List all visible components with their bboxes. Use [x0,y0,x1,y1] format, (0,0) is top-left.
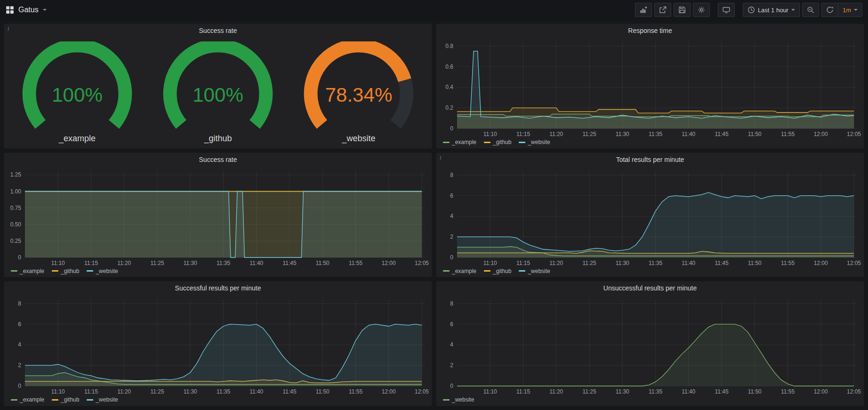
legend-label: _github [493,268,511,274]
chart-canvas[interactable]: 11:1011:1511:2011:2511:3011:3511:4011:45… [436,295,864,396]
svg-text:11:20: 11:20 [549,131,563,137]
legend-label: _website [96,396,118,403]
chevron-down-icon[interactable] [43,9,47,11]
successful-results-chart[interactable]: 11:1011:1511:2011:2511:3011:3511:4011:45… [4,295,432,396]
panel-title[interactable]: Total results per minute [436,153,864,166]
gear-icon [698,6,705,14]
legend-item[interactable]: _github [484,139,511,145]
svg-text:6: 6 [450,192,453,199]
legend-item[interactable]: _example [443,268,476,274]
legend-label: _website [452,396,474,403]
svg-text:6: 6 [450,321,453,328]
svg-text:12:00: 12:00 [382,260,396,266]
refresh-button[interactable] [821,3,838,17]
refresh-interval-label: 1m [843,7,851,14]
time-range-button[interactable]: Last 1 hour [743,3,800,17]
panel-info-icon[interactable]: i [8,25,9,32]
chart-legend: _website [436,396,864,406]
panel-title[interactable]: Unsuccessful results per minute [436,281,864,295]
chart-legend: _example_github_website [4,396,432,406]
success-rate-chart[interactable]: 11:1011:1511:2011:2511:3011:3511:4011:45… [4,166,432,268]
gauge-value: 100% [193,84,243,106]
svg-text:12:00: 12:00 [814,388,828,395]
legend-item[interactable]: _website [87,396,118,403]
svg-text:11:50: 11:50 [748,131,762,137]
monitor-icon [723,6,730,14]
chart-canvas[interactable]: 11:1011:1511:2011:2511:3011:3511:4011:45… [4,166,432,268]
panel-info-icon[interactable]: i [440,154,441,161]
total-results-chart[interactable]: 11:1011:1511:2011:2511:3011:3511:4011:45… [436,166,864,268]
svg-text:0.50: 0.50 [10,221,22,227]
dashboard-title[interactable]: Gatus [18,6,39,14]
legend-swatch [519,142,525,143]
legend-swatch [52,270,58,272]
svg-text:0.8: 0.8 [445,43,453,49]
svg-text:11:10: 11:10 [483,388,497,395]
legend-item[interactable]: _github [52,268,79,274]
svg-text:12:05: 12:05 [847,131,861,137]
svg-text:11:25: 11:25 [150,388,164,395]
svg-text:11:35: 11:35 [217,260,230,266]
dashboard-grid: i Success rate 100%_example100%_github78… [0,20,868,410]
legend-item[interactable]: _example [11,268,44,274]
svg-text:11:30: 11:30 [616,131,629,137]
svg-text:8: 8 [450,171,453,178]
panel-successful-results: Successful results per minute 11:1011:15… [4,281,432,406]
svg-text:11:55: 11:55 [781,131,795,137]
legend-label: _example [20,396,44,403]
svg-text:8: 8 [450,300,453,307]
svg-text:11:55: 11:55 [781,388,795,395]
dashboard-grid-icon[interactable] [6,6,14,14]
settings-button[interactable] [693,3,710,17]
svg-text:2: 2 [450,233,453,240]
add-panel-button[interactable] [635,3,652,17]
svg-text:11:15: 11:15 [516,131,530,137]
chart-canvas[interactable]: 11:1011:1511:2011:2511:3011:3511:4011:45… [436,166,864,268]
panel-title[interactable]: Successful results per minute [4,281,432,295]
panel-success-rate-gauges: i Success rate 100%_example100%_github78… [4,24,432,149]
legend-item[interactable]: _website [443,396,474,403]
share-button[interactable] [654,3,671,17]
panel-title[interactable]: Success rate [4,24,432,37]
legend-item[interactable]: _github [52,396,79,403]
legend-label: _github [61,396,79,403]
response-time-chart[interactable]: 11:1011:1511:2011:2511:3011:3511:4011:45… [436,37,864,139]
svg-text:12:05: 12:05 [847,388,861,395]
svg-text:11:45: 11:45 [715,260,728,266]
legend-swatch [11,399,17,401]
panel-title[interactable]: Success rate [4,153,432,166]
svg-text:11:20: 11:20 [117,388,131,395]
svg-text:11:35: 11:35 [649,131,662,137]
unsuccessful-results-chart[interactable]: 11:1011:1511:2011:2511:3011:3511:4011:45… [436,295,864,396]
svg-text:11:45: 11:45 [715,131,728,137]
share-icon [659,6,667,14]
svg-text:11:25: 11:25 [582,260,596,266]
tv-mode-button[interactable] [718,3,735,17]
svg-text:0: 0 [18,254,21,261]
svg-text:11:50: 11:50 [316,388,330,395]
svg-text:12:05: 12:05 [415,260,429,266]
chart-canvas[interactable]: 11:1011:1511:2011:2511:3011:3511:4011:45… [436,37,864,139]
svg-text:11:30: 11:30 [184,388,197,395]
save-button[interactable] [674,3,691,17]
legend-swatch [87,399,93,401]
legend-item[interactable]: _website [87,268,118,274]
legend-item[interactable]: _example [11,396,44,403]
legend-item[interactable]: _website [519,268,550,274]
chart-canvas[interactable]: 11:1011:1511:2011:2511:3011:3511:4011:45… [4,295,432,396]
svg-text:11:40: 11:40 [682,131,695,137]
panel-title[interactable]: Response time [436,24,864,37]
svg-text:11:55: 11:55 [349,260,362,266]
legend-item[interactable]: _website [519,139,550,145]
legend-swatch [519,270,525,272]
legend-item[interactable]: _github [484,268,511,274]
svg-text:11:10: 11:10 [483,131,497,137]
svg-text:1.25: 1.25 [10,171,22,178]
svg-text:11:10: 11:10 [483,260,497,266]
svg-text:11:55: 11:55 [349,388,362,395]
refresh-interval-button[interactable]: 1m [838,3,862,17]
zoom-out-button[interactable] [802,3,819,17]
legend-label: _example [452,268,476,274]
legend-item[interactable]: _example [443,139,476,145]
svg-text:0: 0 [450,383,453,389]
